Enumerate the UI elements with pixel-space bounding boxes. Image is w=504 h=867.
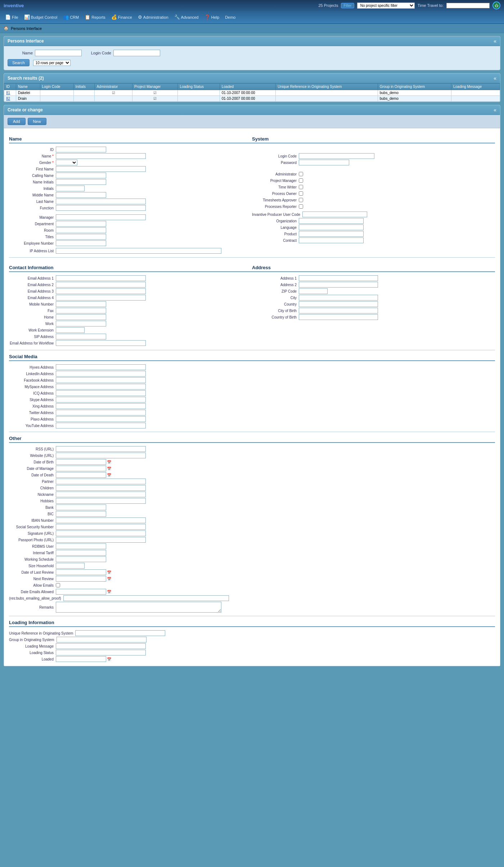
name-initials-input[interactable] bbox=[56, 179, 106, 185]
rows-per-page-select[interactable]: 10 rows per page 25 rows per page 50 row… bbox=[33, 60, 71, 66]
internal-tariff-input[interactable] bbox=[56, 550, 106, 556]
children-input[interactable] bbox=[56, 485, 146, 491]
results-panel-collapse[interactable]: « bbox=[494, 75, 496, 81]
nickname-input[interactable] bbox=[56, 492, 146, 497]
passport-input[interactable] bbox=[56, 537, 146, 543]
employee-number-input[interactable] bbox=[56, 240, 106, 246]
time-travel-input[interactable] bbox=[446, 3, 490, 8]
function-input[interactable] bbox=[56, 205, 146, 211]
myspace-input[interactable] bbox=[56, 384, 146, 390]
nav-item-crm[interactable]: 👥 CRM bbox=[60, 13, 82, 21]
administrator-checkbox[interactable] bbox=[299, 172, 303, 176]
group-orig-loading-input[interactable] bbox=[57, 637, 147, 643]
next-review-input[interactable] bbox=[56, 576, 106, 582]
search-panel-collapse[interactable]: « bbox=[494, 38, 496, 44]
row-id-link-81[interactable]: 81 bbox=[6, 91, 10, 95]
contract-input[interactable] bbox=[299, 237, 364, 243]
login-code-input[interactable] bbox=[113, 50, 160, 56]
product-input[interactable] bbox=[299, 231, 364, 237]
nav-item-file[interactable]: 📄 File bbox=[2, 13, 21, 21]
mobile-input[interactable] bbox=[56, 301, 106, 307]
size-household-input[interactable] bbox=[56, 563, 85, 569]
home-input[interactable] bbox=[56, 314, 106, 320]
name-field-input[interactable] bbox=[56, 153, 146, 159]
manager-input[interactable] bbox=[56, 214, 146, 220]
zip-input[interactable] bbox=[299, 288, 328, 294]
invantive-producer-input[interactable] bbox=[302, 212, 367, 217]
dob-input[interactable] bbox=[56, 459, 106, 465]
middle-name-input[interactable] bbox=[56, 192, 106, 198]
breadcrumb-home-icon[interactable]: 🏠 bbox=[4, 26, 9, 31]
timesheets-approver-checkbox[interactable] bbox=[299, 198, 303, 202]
icq-input[interactable] bbox=[56, 390, 146, 396]
facebook-input[interactable] bbox=[56, 377, 146, 383]
nav-item-administration[interactable]: ⚙ Administration bbox=[135, 13, 171, 21]
organization-input[interactable] bbox=[299, 218, 364, 224]
name-input[interactable] bbox=[35, 50, 82, 56]
room-input[interactable] bbox=[56, 227, 106, 233]
working-schedule-input[interactable] bbox=[56, 556, 106, 562]
loading-status-input[interactable] bbox=[56, 650, 146, 655]
project-select[interactable]: No project specific filter bbox=[357, 3, 415, 9]
rdbms-input[interactable] bbox=[56, 543, 106, 549]
website-input[interactable] bbox=[56, 453, 146, 458]
address1-input[interactable] bbox=[299, 275, 378, 281]
twitter-input[interactable] bbox=[56, 410, 146, 415]
search-button[interactable]: Search bbox=[8, 59, 30, 66]
loaded-input[interactable] bbox=[56, 656, 106, 662]
filter-button[interactable]: Filter bbox=[341, 3, 354, 8]
language-input[interactable] bbox=[299, 224, 364, 230]
email3-input[interactable] bbox=[56, 288, 146, 294]
last-name-input[interactable] bbox=[56, 199, 146, 204]
hobbies-input[interactable] bbox=[56, 498, 146, 504]
nav-item-budget[interactable]: 📊 Budget Control bbox=[21, 13, 60, 21]
hyves-input[interactable] bbox=[56, 364, 146, 370]
allow-emails-checkbox[interactable] bbox=[56, 583, 60, 587]
titles-input[interactable] bbox=[56, 234, 106, 240]
project-manager-checkbox[interactable] bbox=[299, 178, 303, 183]
dod-input[interactable] bbox=[56, 472, 106, 478]
city-input[interactable] bbox=[299, 295, 378, 301]
res-bubs-input[interactable] bbox=[63, 595, 229, 601]
calendar-icon[interactable]: 📅 bbox=[107, 460, 111, 464]
email1-input[interactable] bbox=[56, 275, 146, 281]
processes-reporter-checkbox[interactable] bbox=[299, 204, 303, 209]
remarks-textarea[interactable] bbox=[56, 602, 221, 613]
calling-name-input[interactable] bbox=[56, 173, 106, 178]
row-id-link-82[interactable]: 82 bbox=[6, 97, 10, 101]
unique-ref-loading-input[interactable] bbox=[75, 630, 165, 636]
process-owner-checkbox[interactable] bbox=[299, 191, 303, 196]
calendar-icon-de[interactable]: 📅 bbox=[107, 590, 111, 594]
firstname-input[interactable] bbox=[56, 166, 146, 172]
nav-item-help[interactable]: ❓ Help bbox=[202, 13, 222, 21]
rss-input[interactable] bbox=[56, 446, 146, 452]
new-button[interactable]: New bbox=[28, 118, 46, 125]
work-ext-input[interactable] bbox=[56, 327, 85, 333]
partner-input[interactable] bbox=[56, 479, 146, 484]
create-change-collapse[interactable]: « bbox=[494, 107, 496, 113]
bic-input[interactable] bbox=[56, 511, 106, 517]
calendar-icon-dom[interactable]: 📅 bbox=[107, 467, 111, 471]
power-button[interactable]: ⏻ bbox=[492, 1, 500, 9]
initials-input[interactable] bbox=[56, 186, 85, 191]
city-birth-input[interactable] bbox=[299, 308, 378, 314]
calendar-icon-loaded[interactable]: 📅 bbox=[107, 657, 111, 661]
email4-input[interactable] bbox=[56, 295, 146, 301]
time-writer-checkbox[interactable] bbox=[299, 185, 303, 189]
signature-input[interactable] bbox=[56, 530, 146, 536]
plaxo-input[interactable] bbox=[56, 416, 146, 422]
department-input[interactable] bbox=[56, 221, 106, 227]
linkedin-input[interactable] bbox=[56, 371, 146, 377]
iban-input[interactable] bbox=[56, 517, 146, 523]
password-input[interactable] bbox=[299, 160, 349, 165]
login-code-form-input[interactable] bbox=[299, 153, 374, 159]
country-birth-input[interactable] bbox=[299, 314, 378, 320]
calendar-icon-dlr[interactable]: 📅 bbox=[107, 570, 111, 574]
email-workflow-input[interactable] bbox=[56, 340, 146, 346]
calendar-icon-nr[interactable]: 📅 bbox=[107, 577, 111, 581]
nav-item-finance[interactable]: 💰 Finance bbox=[108, 13, 135, 21]
ip-address-input[interactable] bbox=[56, 248, 221, 254]
nav-item-advanced[interactable]: 🔧 Advanced bbox=[171, 13, 202, 21]
work-input[interactable] bbox=[56, 321, 106, 326]
gender-select[interactable] bbox=[56, 160, 77, 165]
